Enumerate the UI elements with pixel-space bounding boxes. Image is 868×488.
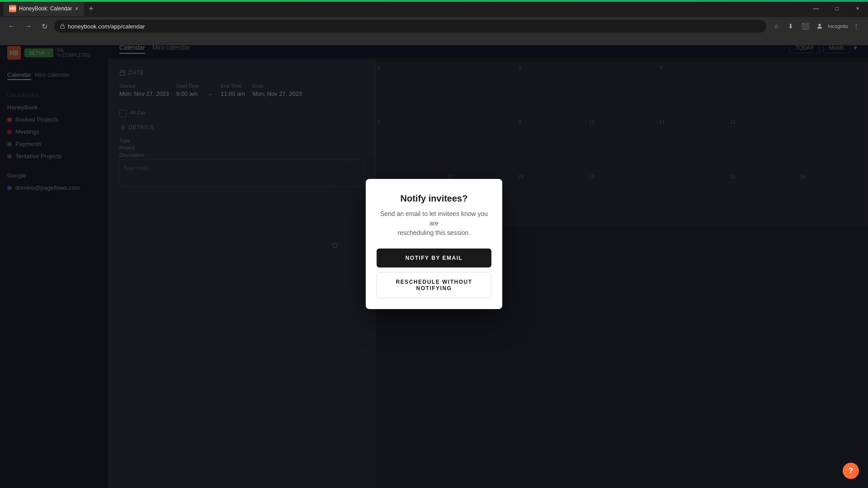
- modal-description: Send an email to let invitees know you a…: [377, 209, 491, 238]
- incognito-label: Incognito: [828, 23, 848, 29]
- tab-title: HoneyBook: Calendar: [19, 5, 72, 12]
- browser-accent: [0, 0, 868, 2]
- bookmark-icon[interactable]: ☆: [770, 20, 783, 33]
- back-btn[interactable]: ←: [5, 20, 18, 33]
- modal-title: Notify invitees?: [377, 193, 491, 204]
- lock-icon: [60, 23, 65, 29]
- svg-rect-0: [61, 26, 65, 29]
- maximize-btn[interactable]: □: [826, 0, 847, 17]
- notify-by-email-button[interactable]: NOTIFY BY EMAIL: [377, 249, 491, 267]
- svg-point-1: [819, 24, 821, 26]
- download-icon[interactable]: ⬇: [784, 20, 797, 33]
- window-controls: — □ ×: [806, 0, 868, 17]
- tab-close-btn[interactable]: ×: [75, 5, 78, 12]
- notify-invitees-modal: Notify invitees? Send an email to let in…: [366, 179, 502, 309]
- close-btn[interactable]: ×: [847, 0, 868, 17]
- browser-chrome: HB HoneyBook: Calendar × + — □ × ← → ↻ h…: [0, 0, 868, 45]
- tab-favicon: HB: [9, 5, 16, 12]
- nav-icons-right: ☆ ⬇ ⬛ Incognito ⋮: [770, 20, 863, 33]
- help-button[interactable]: ?: [843, 463, 859, 479]
- modal-desc-line1: Send an email to let invitees know you a…: [380, 210, 488, 227]
- extensions-icon[interactable]: ⬛: [799, 20, 811, 33]
- reschedule-without-notifying-button[interactable]: RESCHEDULE WITHOUT NOTIFYING: [377, 272, 491, 298]
- menu-icon[interactable]: ⋮: [850, 20, 863, 33]
- active-tab[interactable]: HB HoneyBook: Calendar ×: [4, 1, 84, 16]
- modal-desc-line2: rescheduling this session.: [398, 229, 470, 236]
- new-tab-btn[interactable]: +: [86, 3, 97, 14]
- tab-bar: HB HoneyBook: Calendar × + — □ ×: [0, 0, 868, 17]
- profile-icon[interactable]: [813, 20, 826, 33]
- address-bar[interactable]: honeybook.com/app/calendar: [54, 20, 766, 33]
- refresh-btn[interactable]: ↻: [38, 20, 51, 33]
- nav-bar: ← → ↻ honeybook.com/app/calendar ☆ ⬇ ⬛ I…: [0, 17, 868, 35]
- minimize-btn[interactable]: —: [806, 0, 826, 17]
- address-text: honeybook.com/app/calendar: [68, 23, 145, 30]
- forward-btn[interactable]: →: [22, 20, 34, 33]
